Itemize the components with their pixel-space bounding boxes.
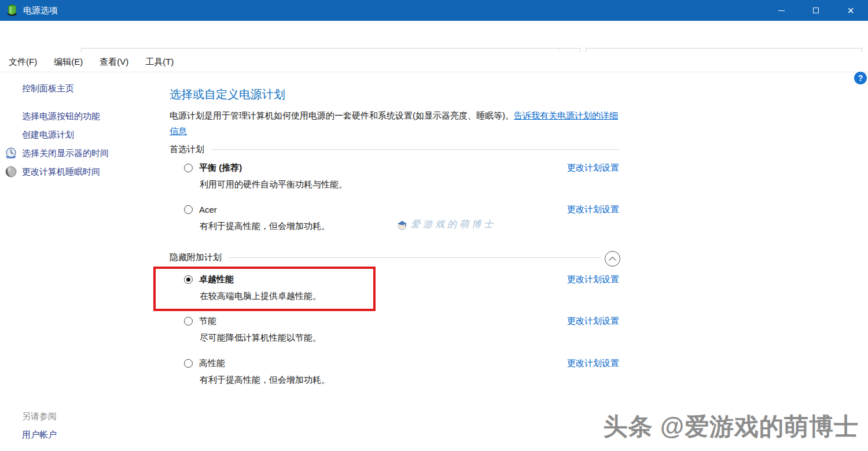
- section-preferred-plans: 首选计划: [170, 144, 619, 155]
- plan-desc-high-performance: 有利于提高性能，但会增加功耗。: [170, 375, 619, 386]
- collapse-section-button[interactable]: [605, 251, 620, 267]
- radio-balanced[interactable]: [184, 164, 193, 172]
- change-plan-settings-link-acer[interactable]: 更改计划设置: [567, 204, 619, 215]
- change-plan-settings-link-balanced[interactable]: 更改计划设置: [567, 162, 619, 173]
- radio-ultimate-performance[interactable]: [184, 275, 193, 284]
- battery-app-icon: [6, 4, 18, 17]
- plan-name-balanced[interactable]: 平衡 (推荐): [199, 162, 242, 173]
- change-plan-settings-link-ultimate[interactable]: 更改计划设置: [567, 274, 619, 285]
- center-watermark: 爱游戏的萌博士: [396, 219, 496, 231]
- sleep-icon: [5, 165, 17, 178]
- plan-name-power-saver[interactable]: 节能: [199, 316, 216, 327]
- page-title: 选择或自定义电源计划: [170, 87, 285, 102]
- minimize-icon: [778, 10, 785, 11]
- help-icon: ?: [858, 73, 863, 83]
- description-text: 电源计划是用于管理计算机如何使用电源的一套硬件和系统设置(如显示器亮度、睡眠等)…: [170, 110, 514, 120]
- section-preferred-plans-label: 首选计划: [170, 144, 204, 155]
- menu-view[interactable]: 查看(V): [100, 57, 128, 68]
- titlebar: 电源选项 ×: [0, 0, 868, 21]
- sidebar-item-control-panel-home[interactable]: 控制面板主页: [22, 83, 74, 94]
- page-description: 电源计划是用于管理计算机如何使用电源的一套硬件和系统设置(如显示器亮度、睡眠等)…: [170, 108, 618, 139]
- menu-edit[interactable]: 编辑(E): [54, 57, 83, 68]
- menu-bar: 文件(F) 编辑(E) 查看(V) 工具(T): [0, 52, 868, 72]
- plan-row-acer: Acer 更改计划设置 有利于提高性能，但会增加功耗。: [170, 204, 619, 232]
- plan-desc-ultimate-performance: 在较高端电脑上提供卓越性能。: [170, 291, 619, 302]
- sidebar-item-change-sleep-time[interactable]: 更改计算机睡眠时间: [22, 167, 100, 178]
- radio-acer[interactable]: [184, 205, 193, 214]
- center-watermark-text: 爱游戏的萌博士: [411, 219, 496, 231]
- change-plan-settings-link-power-saver[interactable]: 更改计划设置: [567, 316, 619, 327]
- minimize-button[interactable]: [764, 0, 799, 21]
- see-also-header: 另请参阅: [22, 411, 57, 422]
- close-button[interactable]: ×: [833, 0, 868, 21]
- section-divider: [211, 149, 619, 150]
- bottom-watermark: 头条 @爱游戏的萌博士: [603, 411, 859, 443]
- plan-desc-power-saver: 尽可能降低计算机性能以节能。: [170, 332, 619, 343]
- change-plan-settings-link-high-performance[interactable]: 更改计划设置: [567, 358, 619, 369]
- close-icon: ×: [847, 5, 854, 16]
- section-hidden-plans-label: 隐藏附加计划: [170, 252, 222, 263]
- menu-tools[interactable]: 工具(T): [145, 57, 174, 68]
- plan-row-high-performance: 高性能 更改计划设置 有利于提高性能，但会增加功耗。: [170, 358, 619, 386]
- menu-file[interactable]: 文件(F): [9, 57, 37, 68]
- window-title: 电源选项: [23, 5, 58, 16]
- watermark-avatar-icon: [396, 219, 408, 231]
- sidebar-item-power-button-function[interactable]: 选择电源按钮的功能: [22, 111, 100, 122]
- navigation-bar: ← → ↑ › 控制面板 › 硬件和声音 › 电源选项: [0, 21, 868, 52]
- plan-desc-balanced: 利用可用的硬件自动平衡功耗与性能。: [170, 179, 619, 190]
- section-divider: [229, 257, 601, 258]
- plan-desc-acer: 有利于提高性能，但会增加功耗。: [170, 221, 619, 232]
- sidebar-item-user-accounts[interactable]: 用户帐户: [22, 430, 57, 441]
- plan-row-ultimate-performance: 卓越性能 更改计划设置 在较高端电脑上提供卓越性能。: [170, 274, 619, 302]
- chevron-up-icon: [609, 257, 616, 264]
- plan-row-balanced: 平衡 (推荐) 更改计划设置 利用可用的硬件自动平衡功耗与性能。: [170, 162, 619, 190]
- maximize-icon: [813, 8, 819, 13]
- sidebar-item-create-power-plan[interactable]: 创建电源计划: [22, 130, 74, 141]
- maximize-button[interactable]: [799, 0, 833, 21]
- radio-power-saver[interactable]: [184, 317, 193, 326]
- plan-name-high-performance[interactable]: 高性能: [199, 358, 225, 369]
- help-button[interactable]: ?: [854, 72, 867, 84]
- plan-row-power-saver: 节能 更改计划设置 尽可能降低计算机性能以节能。: [170, 316, 619, 343]
- clock-icon: [5, 147, 17, 160]
- plan-name-acer[interactable]: Acer: [199, 205, 217, 215]
- sidebar-item-choose-display-off-time[interactable]: 选择关闭显示器的时间: [22, 148, 109, 159]
- radio-high-performance[interactable]: [184, 359, 193, 368]
- section-hidden-plans: 隐藏附加计划: [170, 252, 619, 263]
- plan-name-ultimate-performance[interactable]: 卓越性能: [199, 274, 234, 285]
